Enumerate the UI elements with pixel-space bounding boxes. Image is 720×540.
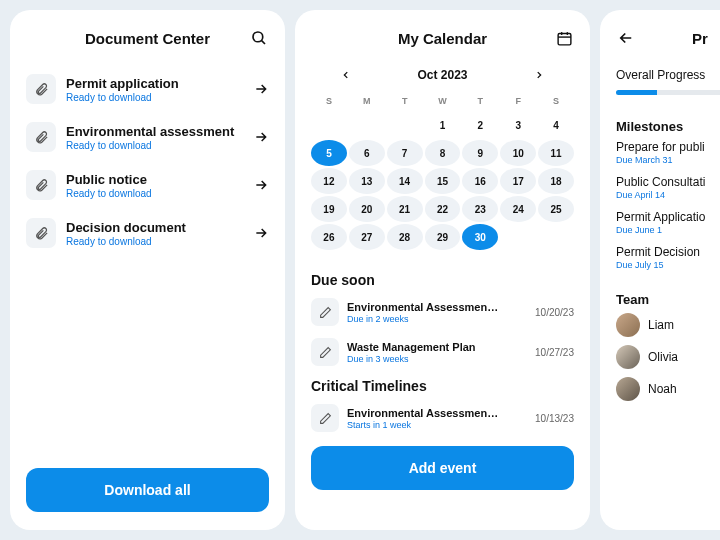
calendar-day[interactable]: 22 — [425, 196, 461, 222]
document-item[interactable]: Permit applicationReady to download — [26, 68, 269, 110]
next-month-icon[interactable] — [534, 70, 544, 80]
calendar-day[interactable]: 28 — [387, 224, 423, 250]
attachment-icon — [26, 170, 56, 200]
event-name: Environmental Assessmen… — [347, 301, 527, 313]
avatar — [616, 377, 640, 401]
calendar-day[interactable]: 25 — [538, 196, 574, 222]
due-list: Environmental Assessmen…Due in 2 weeks 1… — [311, 294, 574, 370]
calendar-day[interactable]: 26 — [311, 224, 347, 250]
team-member[interactable]: Liam — [616, 313, 720, 337]
calendar-day[interactable]: 23 — [462, 196, 498, 222]
attachment-icon — [26, 218, 56, 248]
download-all-button[interactable]: Download all — [26, 468, 269, 512]
header: Document Center — [26, 28, 269, 48]
calendar-day[interactable]: 4 — [538, 112, 574, 138]
calendar-day-selected[interactable]: 30 — [462, 224, 498, 250]
document-item[interactable]: Decision documentReady to download — [26, 212, 269, 254]
panel-title: Pr — [636, 30, 720, 47]
svg-line-1 — [262, 41, 265, 44]
prev-month-icon[interactable] — [341, 70, 351, 80]
calendar-day[interactable]: 7 — [387, 140, 423, 166]
calendar-day[interactable]: 9 — [462, 140, 498, 166]
calendar-day[interactable]: 15 — [425, 168, 461, 194]
milestone-item[interactable]: Public ConsultatiDue April 14 — [616, 175, 720, 200]
calendar-day[interactable]: 24 — [500, 196, 536, 222]
event-date: 10/27/23 — [535, 347, 574, 358]
event-item[interactable]: Environmental Assessmen…Starts in 1 week… — [311, 400, 574, 436]
calendar-day-selected[interactable]: 5 — [311, 140, 347, 166]
document-list: Permit applicationReady to download Envi… — [26, 68, 269, 468]
section-title: Due soon — [311, 272, 574, 288]
document-center-panel: Document Center Permit applicationReady … — [10, 10, 285, 530]
calendar-day[interactable]: 20 — [349, 196, 385, 222]
avatar — [616, 345, 640, 369]
calendar-day[interactable]: 14 — [387, 168, 423, 194]
pencil-icon — [311, 404, 339, 432]
team-member[interactable]: Noah — [616, 377, 720, 401]
search-icon[interactable] — [249, 28, 269, 48]
calendar-day[interactable]: 3 — [500, 112, 536, 138]
event-name: Waste Management Plan — [347, 341, 527, 353]
calendar-day[interactable]: 17 — [500, 168, 536, 194]
progress-fill — [616, 90, 657, 95]
document-status: Ready to download — [66, 188, 243, 199]
document-item[interactable]: Public noticeReady to download — [26, 164, 269, 206]
milestone-item[interactable]: Permit ApplicatioDue June 1 — [616, 210, 720, 235]
calendar-day[interactable]: 10 — [500, 140, 536, 166]
svg-rect-2 — [558, 33, 571, 44]
calendar-day[interactable]: 13 — [349, 168, 385, 194]
arrow-right-icon — [253, 81, 269, 97]
calendar-day[interactable]: 16 — [462, 168, 498, 194]
calendar-day[interactable]: 11 — [538, 140, 574, 166]
calendar-day[interactable]: 2 — [462, 112, 498, 138]
event-name: Environmental Assessmen… — [347, 407, 527, 419]
add-event-button[interactable]: Add event — [311, 446, 574, 490]
section-title: Milestones — [616, 119, 720, 134]
progress-panel: Pr Overall Progress Milestones Prepare f… — [600, 10, 720, 530]
event-sub: Starts in 1 week — [347, 420, 527, 430]
event-item[interactable]: Environmental Assessmen…Due in 2 weeks 1… — [311, 294, 574, 330]
team-member[interactable]: Olivia — [616, 345, 720, 369]
calendar-panel: My Calendar Oct 2023 SMTWTFS ...1234 567… — [295, 10, 590, 530]
panel-title: My Calendar — [331, 30, 554, 47]
section-title: Team — [616, 292, 720, 307]
event-date: 10/20/23 — [535, 307, 574, 318]
document-status: Ready to download — [66, 92, 243, 103]
header: My Calendar — [311, 28, 574, 48]
overall-label: Overall Progress — [616, 68, 720, 82]
critical-list: Environmental Assessmen…Starts in 1 week… — [311, 400, 574, 436]
calendar-day[interactable]: 12 — [311, 168, 347, 194]
event-item[interactable]: Waste Management PlanDue in 3 weeks 10/2… — [311, 334, 574, 370]
document-name: Decision document — [66, 220, 243, 235]
back-icon[interactable] — [616, 28, 636, 48]
milestone-item[interactable]: Prepare for publiDue March 31 — [616, 140, 720, 165]
attachment-icon — [26, 122, 56, 152]
pencil-icon — [311, 298, 339, 326]
event-sub: Due in 3 weeks — [347, 354, 527, 364]
calendar-day[interactable]: 8 — [425, 140, 461, 166]
calendar-grid: SMTWTFS ...1234 567891011 12131415161718… — [311, 92, 574, 250]
avatar — [616, 313, 640, 337]
calendar-day[interactable]: 1 — [425, 112, 461, 138]
month-nav: Oct 2023 — [311, 68, 574, 82]
document-name: Environmental assessment — [66, 124, 243, 139]
attachment-icon — [26, 74, 56, 104]
calendar-day[interactable]: 29 — [425, 224, 461, 250]
progress-bar — [616, 90, 720, 95]
calendar-icon[interactable] — [554, 28, 574, 48]
calendar-day[interactable]: 19 — [311, 196, 347, 222]
event-sub: Due in 2 weeks — [347, 314, 527, 324]
document-status: Ready to download — [66, 236, 243, 247]
calendar-day[interactable]: 18 — [538, 168, 574, 194]
team-list: Liam Olivia Noah — [616, 313, 720, 401]
document-item[interactable]: Environmental assessmentReady to downloa… — [26, 116, 269, 158]
calendar-day[interactable]: 6 — [349, 140, 385, 166]
arrow-right-icon — [253, 129, 269, 145]
pencil-icon — [311, 338, 339, 366]
panel-title: Document Center — [46, 30, 249, 47]
calendar-day[interactable]: 21 — [387, 196, 423, 222]
milestone-item[interactable]: Permit DecisionDue July 15 — [616, 245, 720, 270]
month-label: Oct 2023 — [417, 68, 467, 82]
calendar-day[interactable]: 27 — [349, 224, 385, 250]
document-status: Ready to download — [66, 140, 243, 151]
